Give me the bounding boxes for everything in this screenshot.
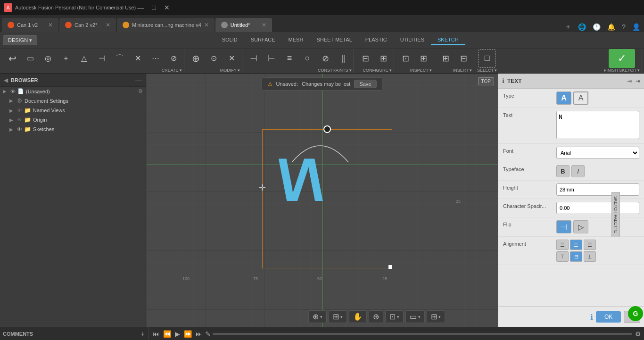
tool-inspect2[interactable]: ⊞ [415,49,432,68]
tool-rectangle[interactable]: ▭ [22,49,39,68]
tab-close-untitled[interactable]: ✕ [262,22,266,28]
tool-constrain1[interactable]: ⊣ [245,49,262,68]
canvas-tool-display[interactable]: ▭▾ [405,310,425,323]
eye-icon-origin[interactable]: 👁 [17,117,22,123]
flip-horizontal-button[interactable]: ▷ [573,220,588,233]
tool-select[interactable]: □ [479,49,495,68]
flip-vertical-button[interactable]: ⊣ [556,220,571,233]
text-input[interactable]: N [556,111,639,139]
char-spacing-input[interactable] [556,202,639,214]
align-right-button[interactable]: ☰ [584,240,596,250]
ok-button[interactable]: OK [596,311,621,323]
align-top-button[interactable]: ⊤ [556,251,569,262]
tool-trim[interactable]: ✕ [129,49,146,68]
canvas-tool-zoom[interactable]: ⊡▾ [385,310,404,323]
tab-close-miniature[interactable]: ✕ [204,22,209,28]
sketch-palette-tab[interactable]: SKETCH PALETTE [611,192,620,237]
tree-item-origin[interactable]: ▶ 👁 📁 Origin [0,115,146,124]
tool-inspect1[interactable]: ⊡ [397,49,414,68]
canvas-tool-more[interactable]: ⊞▾ [427,310,445,323]
tab-mesh[interactable]: MESH [282,35,310,45]
tab-close-can1[interactable]: ✕ [48,22,53,28]
type-outline-button[interactable]: A [573,91,588,105]
bold-button[interactable]: B [556,165,570,177]
gear-icon-unsaved[interactable]: ⚙ [138,88,143,94]
tool-constrain4[interactable]: ○ [299,49,316,68]
tool-configure1[interactable]: ⊟ [357,49,374,68]
tab-plastic[interactable]: PLASTIC [359,35,394,45]
tab-miniature[interactable]: Miniature can...ng machine v4 ✕ [117,18,215,32]
tool-offset[interactable]: ⋯ [147,49,164,68]
tab-sheet-metal[interactable]: SHEET METAL [310,35,358,45]
tab-solid[interactable]: SOLID [215,35,244,45]
font-select[interactable]: Arial Times New Roman Courier New [556,147,639,159]
eye-icon-namedviews[interactable]: 👁 [17,108,22,113]
height-input[interactable] [556,183,639,196]
align-center-button[interactable]: ☰ [570,240,582,250]
align-bot-button[interactable]: ⊥ [584,251,596,262]
tab-can1[interactable]: Can 1 v2 ✕ [2,18,58,32]
canvas-tool-pan[interactable]: ✋ [349,310,367,323]
sidebar-collapse-button[interactable]: — [135,76,142,84]
tool-point[interactable]: + [58,49,74,68]
play-button[interactable]: ▶ [174,330,181,338]
canvas[interactable]: TOP ⚠ Unsaved: Changes may be lost Save … [146,74,498,327]
panel-expand-button[interactable]: ⇥ [627,78,632,84]
user-avatar[interactable]: 👤 [630,22,642,32]
tool-delete[interactable]: ✕ [223,49,240,68]
record-button[interactable]: ✎ [205,330,211,338]
sidebar-back-button[interactable]: ◀ [4,77,8,83]
tool-triangle[interactable]: △ [75,49,92,68]
tool-circle[interactable]: ◎ [40,49,57,68]
tool-configure2[interactable]: ⊞ [375,49,392,68]
tool-constrain6[interactable]: ∥ [335,49,352,68]
play-prev-button[interactable]: ⏪ [162,330,172,338]
play-next-button[interactable]: ⏩ [183,330,193,338]
play-start-button[interactable]: ⏮ [152,330,160,338]
eye-icon-unsaved[interactable]: 👁 [10,89,16,94]
timeline-bar[interactable] [213,333,632,335]
minimize-button[interactable]: — [136,3,145,12]
eye-icon-sketches[interactable]: 👁 [17,126,22,132]
canvas-tool-snap[interactable]: ⊕▾ [308,310,327,323]
tool-arc[interactable]: ↩ [4,49,21,68]
canvas-tool-grid[interactable]: ⊞▾ [329,310,347,323]
tree-item-sketches[interactable]: ▶ 👁 📁 Sketches [0,124,146,134]
tool-spline[interactable]: ⌒ [111,49,128,68]
italic-button[interactable]: I [571,165,585,177]
tool-mirror[interactable]: ⊘ [165,49,182,68]
tool-constrain3[interactable]: ≡ [281,49,298,68]
canvas-tool-orbit[interactable]: ⊕ [369,310,383,323]
tab-surface[interactable]: SURFACE [244,35,282,45]
tab-untitled[interactable]: Untitled* ✕ [215,18,272,32]
tool-constrain5[interactable]: ⊘ [317,49,334,68]
save-button[interactable]: Save [354,80,376,88]
align-mid-button[interactable]: ⊟ [570,251,582,262]
tab-sketch[interactable]: SKETCH [431,35,465,45]
help-icon[interactable]: ? [620,22,627,32]
align-left-button[interactable]: ☰ [556,240,569,250]
add-tab-button[interactable]: ＋ [563,22,573,32]
add-comment-button[interactable]: + [141,330,145,338]
play-end-button[interactable]: ⏭ [195,330,203,338]
tool-scale[interactable]: ⊙ [205,49,222,68]
tool-constrain2[interactable]: ⊢ [263,49,280,68]
design-menu-button[interactable]: DESIGN ▾ [3,35,37,45]
finish-sketch-button[interactable]: ✓ [609,49,635,68]
tab-utilities[interactable]: UTILITIES [394,35,431,45]
tree-item-unsaved[interactable]: ▶ 👁 📄 (Unsaved) ⚙ [0,87,146,96]
panel-expand-button2[interactable]: ⇥ [636,78,640,84]
close-button[interactable]: ✕ [162,3,172,12]
tool-insert2[interactable]: ⊟ [455,49,472,68]
type-filled-button[interactable]: A [556,91,571,105]
tool-move[interactable]: ⊕ [187,49,204,68]
tool-insert1[interactable]: ⊞ [437,49,454,68]
maximize-button[interactable]: □ [149,3,158,12]
grammarly-icon[interactable]: G [628,306,643,321]
tree-item-named-views[interactable]: ▶ 👁 📁 Named Views [0,106,146,115]
tree-item-document-settings[interactable]: ▶ ⚙ Document Settings [0,96,146,106]
tool-line[interactable]: ⊣ [93,49,110,68]
tab-close-can2[interactable]: ✕ [106,22,110,28]
settings-button[interactable]: ⚙ [635,330,641,338]
tab-can2[interactable]: Can 2 v2* ✕ [59,18,116,32]
